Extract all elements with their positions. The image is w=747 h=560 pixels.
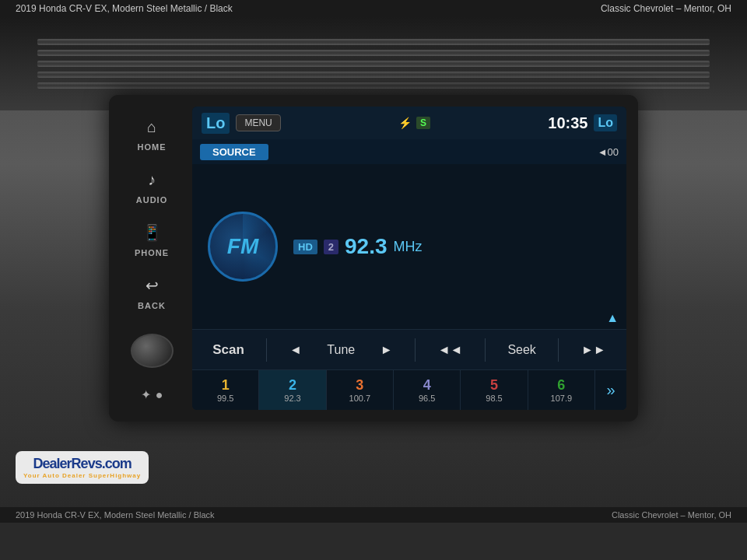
preset-freq-2: 92.3 [284, 394, 300, 403]
tune-back-button[interactable]: ◄ [286, 343, 305, 357]
source-button[interactable]: SOURCE [200, 144, 268, 160]
left-controls: ⌂ HOME ♪ AUDIO 📱 PHONE ↩ BACK ✦ [121, 107, 183, 410]
phone-icon: 📱 [139, 220, 164, 245]
tune-forward-button[interactable]: ► [377, 343, 396, 357]
audio-button[interactable]: ♪ AUDIO [136, 167, 167, 205]
preset-number-1: 1 [222, 378, 230, 392]
signal-icon: ⚡ [398, 117, 412, 129]
preset-number-2: 2 [289, 378, 296, 392]
brightness-low-icon: ✦ [141, 387, 151, 402]
bottom-bar: 2019 Honda CR-V EX, Modern Steel Metalli… [0, 507, 747, 523]
watermark: DealerRevs.com Your Auto Dealer SuperHig… [16, 451, 149, 484]
vent-slat [37, 39, 710, 45]
volume-indicator: ◄00 [598, 146, 619, 158]
preset-freq-5: 98.5 [486, 394, 502, 403]
vent-slat [37, 50, 710, 56]
fm-display-area: FM HD 2 92.3 MHz ▲ [192, 164, 626, 329]
header-center: ⚡ S [398, 117, 430, 129]
hd-badge: HD [293, 240, 317, 254]
home-label: HOME [138, 142, 167, 152]
divider [485, 338, 486, 362]
preset-freq-4: 96.5 [419, 394, 435, 403]
tune-label: Tune [324, 343, 358, 357]
s-badge: S [416, 117, 430, 129]
infotainment-screen: Lo MENU ⚡ S 10:35 Lo SOURCE ◄00 [192, 107, 626, 410]
lo-badge-left: Lo [202, 113, 230, 134]
lo-badge-right: Lo [594, 114, 617, 131]
preset-number-5: 5 [490, 378, 498, 392]
screen-header: Lo MENU ⚡ S 10:35 Lo [192, 107, 626, 139]
scroll-up-icon[interactable]: ▲ [606, 311, 619, 325]
preset-freq-1: 99.5 [217, 394, 233, 403]
scan-bar-area: ▲ [192, 309, 626, 327]
presets-next-button[interactable]: » [595, 370, 626, 410]
vent-slat [37, 82, 710, 89]
brightness-control: ✦ ● [141, 387, 163, 402]
vent-slat [37, 61, 710, 67]
volume-knob[interactable] [131, 334, 174, 368]
preset-number-6: 6 [557, 378, 565, 392]
vent-slat [37, 72, 710, 78]
header-right: 10:35 Lo [548, 114, 617, 132]
back-icon: ↩ [139, 273, 164, 298]
seek-label: Seek [504, 343, 538, 357]
watermark-logo: DealerRevs.com [33, 456, 132, 472]
playback-controls-row: Scan ◄ Tune ► ◄◄ Seek ►► [192, 329, 626, 369]
preset-number-4: 4 [423, 378, 431, 392]
scan-label: Scan [212, 342, 244, 358]
preset-button-5[interactable]: 5 98.5 [461, 370, 528, 410]
preset-freq-6: 107.9 [551, 394, 573, 403]
brightness-high-icon: ● [156, 388, 163, 402]
home-button[interactable]: ⌂ HOME [138, 114, 167, 152]
preset-button-4[interactable]: 4 96.5 [394, 370, 461, 410]
presets-row: 1 99.5 2 92.3 3 100.7 4 96.5 [192, 369, 626, 410]
fm-logo: FM [208, 212, 278, 282]
dashboard-background: ⌂ HOME ♪ AUDIO 📱 PHONE ↩ BACK ✦ [0, 17, 747, 507]
top-bar: 2019 Honda CR-V EX, Modern Steel Metalli… [0, 0, 747, 17]
back-button[interactable]: ↩ BACK [138, 273, 166, 310]
audio-icon: ♪ [139, 167, 164, 192]
preset-button-6[interactable]: 6 107.9 [528, 370, 595, 410]
photo-area: ⌂ HOME ♪ AUDIO 📱 PHONE ↩ BACK ✦ [0, 17, 747, 507]
phone-label: PHONE [135, 248, 169, 257]
top-bar-left: 2019 Honda CR-V EX, Modern Steel Metalli… [16, 3, 233, 14]
watermark-tagline: Your Auto Dealer SuperHighway [23, 472, 141, 479]
clock-display: 10:35 [548, 114, 587, 132]
scan-button[interactable]: Scan [209, 342, 247, 358]
bottom-bar-right: Classic Chevrolet – Mentor, OH [612, 510, 731, 520]
divider [266, 338, 267, 362]
fm-label: FM [227, 234, 258, 259]
top-bar-right: Classic Chevrolet – Mentor, OH [601, 3, 731, 14]
header-left: Lo MENU [202, 113, 281, 134]
preset-button-1[interactable]: 1 99.5 [192, 370, 259, 410]
home-icon: ⌂ [139, 114, 164, 139]
preset-number-3: 3 [356, 378, 363, 392]
menu-button[interactable]: MENU [236, 114, 280, 131]
channel-badge: 2 [324, 240, 338, 254]
station-info: HD 2 92.3 MHz [293, 234, 611, 259]
preset-button-2[interactable]: 2 92.3 [259, 370, 326, 410]
divider [415, 338, 416, 362]
frequency-display: 92.3 [345, 234, 388, 259]
prev-button[interactable]: ◄◄ [435, 343, 466, 357]
divider [558, 338, 559, 362]
bottom-bar-left: 2019 Honda CR-V EX, Modern Steel Metalli… [16, 510, 215, 520]
infotainment-unit: ⌂ HOME ♪ AUDIO 📱 PHONE ↩ BACK ✦ [109, 95, 638, 422]
preset-freq-3: 100.7 [349, 394, 371, 403]
back-label: BACK [138, 301, 166, 310]
mhz-label: MHz [394, 239, 423, 255]
preset-button-3[interactable]: 3 100.7 [327, 370, 394, 410]
source-bar: SOURCE ◄00 [192, 139, 626, 164]
next-button[interactable]: ►► [578, 343, 609, 357]
audio-label: AUDIO [136, 195, 167, 205]
phone-button[interactable]: 📱 PHONE [135, 220, 169, 257]
